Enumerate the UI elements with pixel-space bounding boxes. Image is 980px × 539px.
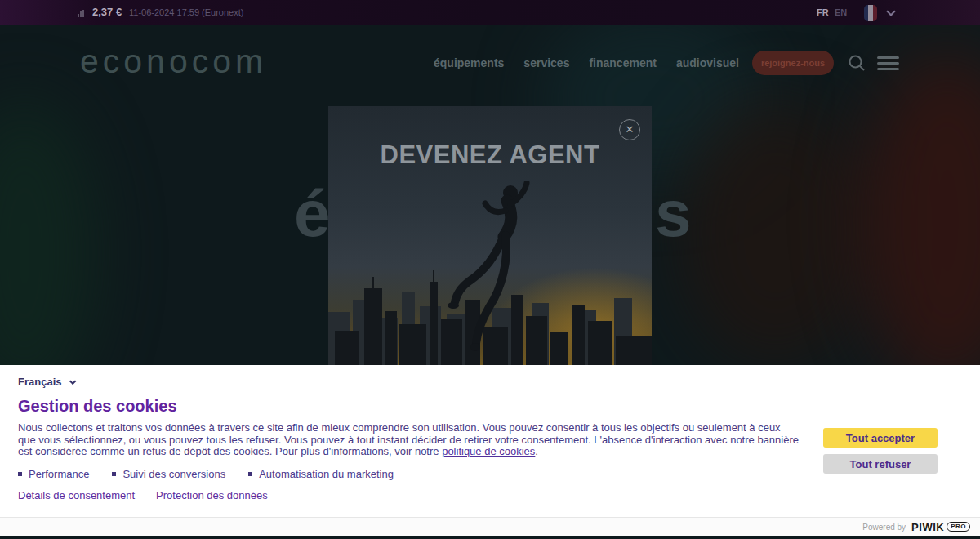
- stock-chart-icon: [78, 10, 87, 17]
- background-blob: [678, 98, 874, 368]
- jumping-man-silhouette: [439, 181, 549, 365]
- modal-title: DEVENEZ AGENT: [328, 140, 652, 170]
- main-nav: équipements services financement audiovi…: [434, 56, 739, 69]
- option-label: Automatisation du marketing: [259, 468, 394, 480]
- consent-options: Performance Suivi des conversions Automa…: [18, 468, 394, 480]
- banner-body-suffix: .: [535, 445, 538, 457]
- background-blob: [0, 98, 98, 408]
- chevron-down-icon: [69, 378, 76, 385]
- pro-badge: PRO: [947, 522, 970, 532]
- close-icon[interactable]: ✕: [619, 119, 640, 140]
- banner-language-label: Français: [18, 376, 61, 388]
- option-performance[interactable]: Performance: [18, 468, 89, 480]
- option-label: Suivi des conversions: [122, 468, 225, 480]
- banner-title: Gestion des cookies: [18, 397, 177, 416]
- nav-item-services[interactable]: services: [523, 56, 569, 69]
- piwik-wordmark: PIWIK: [911, 521, 944, 533]
- banner-footer: Powered by PIWIK PRO: [0, 517, 980, 536]
- hero-heading-fragment: é: [294, 176, 332, 252]
- nav-item-equipements[interactable]: équipements: [434, 56, 504, 69]
- data-protection-link[interactable]: Protection des données: [156, 489, 268, 501]
- cookie-banner: Français Gestion des cookies Nous collec…: [0, 365, 980, 517]
- page: 2,37 € 11-06-2024 17:59 (Euronext) FR EN…: [0, 0, 980, 539]
- consent-details-link[interactable]: Détails de consentement: [18, 489, 135, 501]
- language-option-fr[interactable]: FR: [817, 7, 829, 17]
- search-icon[interactable]: [848, 54, 866, 72]
- banner-language-selector[interactable]: Français: [18, 376, 74, 388]
- banner-links: Détails de consentement Protection des d…: [18, 489, 268, 501]
- chevron-down-icon[interactable]: [886, 7, 895, 16]
- banner-body: Nous collectons et traitons vos données …: [18, 422, 800, 458]
- bullet-icon: [248, 472, 252, 476]
- piwik-pro-logo[interactable]: PIWIK PRO: [911, 521, 970, 533]
- refuse-all-button[interactable]: Tout refuser: [823, 454, 938, 474]
- menu-icon[interactable]: [877, 56, 899, 70]
- join-us-button[interactable]: rejoignez-nous: [752, 51, 834, 75]
- hero-heading-fragment: s: [655, 176, 693, 252]
- option-marketing-automation[interactable]: Automatisation du marketing: [248, 468, 394, 480]
- powered-by-label: Powered by: [862, 523, 906, 532]
- stock-ticker-bar: 2,37 € 11-06-2024 17:59 (Euronext) FR EN: [0, 0, 980, 25]
- cookie-policy-link[interactable]: politique de cookies: [442, 445, 535, 457]
- accept-all-button[interactable]: Tout accepter: [823, 428, 938, 448]
- background-blob: [858, 49, 980, 392]
- devenez-agent-modal: DEVENEZ AGENT ✕: [328, 106, 652, 365]
- bullet-icon: [112, 472, 116, 476]
- option-label: Performance: [29, 468, 89, 480]
- stock-timestamp: 11-06-2024 17:59 (Euronext): [129, 7, 243, 17]
- nav-item-financement[interactable]: financement: [589, 56, 656, 69]
- language-option-en[interactable]: EN: [835, 7, 847, 17]
- nav-item-audiovisuel[interactable]: audiovisuel: [676, 56, 739, 69]
- banner-body-text: Nous collectons et traitons vos données …: [18, 421, 799, 457]
- option-conversion-tracking[interactable]: Suivi des conversions: [112, 468, 225, 480]
- bullet-icon: [18, 472, 22, 476]
- france-flag-icon[interactable]: [864, 5, 877, 21]
- econocom-logo[interactable]: econocom: [80, 42, 267, 81]
- stock-price: 2,37 €: [92, 6, 122, 18]
